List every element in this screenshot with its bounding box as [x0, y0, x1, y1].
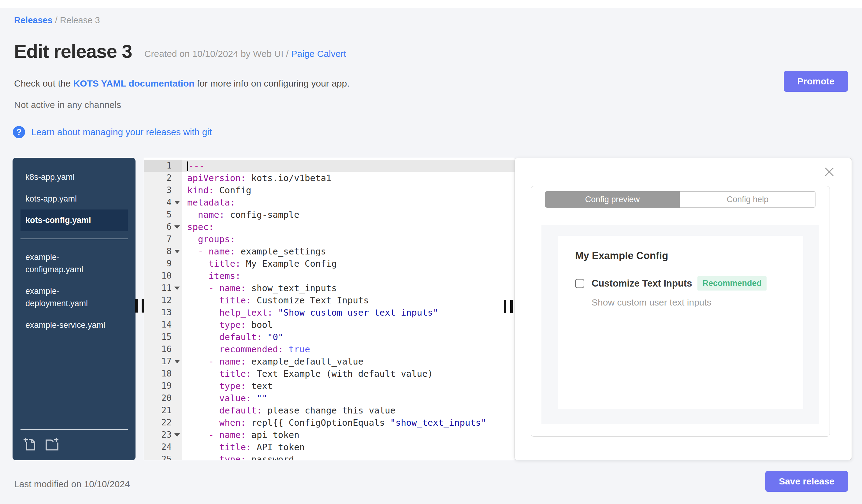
config-item-help-text: Show custom user text inputs: [591, 297, 803, 308]
code-line-1[interactable]: 1---: [144, 160, 514, 172]
fold-arrow-icon[interactable]: [174, 250, 180, 253]
line-number: 4: [144, 196, 182, 209]
code-text: metadata:: [182, 196, 514, 209]
fold-arrow-icon[interactable]: [174, 201, 180, 204]
line-number: 14: [144, 319, 182, 331]
code-line-17[interactable]: 17 - name: example_default_value: [144, 355, 514, 368]
text-cursor: [187, 161, 188, 171]
preview-tab-bar: Config preview Config help: [545, 191, 815, 208]
code-line-15[interactable]: 15 default: "0": [144, 331, 514, 343]
code-lines: 1---2apiVersion: kots.io/v1beta13kind: C…: [144, 160, 514, 460]
line-number: 20: [144, 392, 182, 404]
line-number: 5: [144, 209, 182, 221]
edit-release-page: Releases / Release 3 Edit release 3 Crea…: [0, 0, 862, 504]
line-number: 16: [144, 343, 182, 355]
code-text: type: bool: [182, 319, 514, 331]
sidebar-file-kots-config.yaml[interactable]: kots-config.yaml: [21, 210, 128, 231]
code-line-22[interactable]: 22 when: repl{{ ConfigOptionEquals "show…: [144, 416, 514, 429]
sidebar-file-example-configmap.yaml[interactable]: example-configmap.yaml: [21, 247, 128, 280]
fold-arrow-icon[interactable]: [174, 225, 180, 229]
code-text: items:: [182, 270, 514, 282]
config-preview-panel: Config preview Config help My Example Co…: [514, 158, 852, 460]
yaml-editor[interactable]: 1---2apiVersion: kots.io/v1beta13kind: C…: [144, 158, 514, 460]
preview-content-area: My Example Config Customize Text Inputs …: [541, 225, 819, 424]
sidebar-resize-handle[interactable]: [135, 299, 144, 313]
add-file-icon[interactable]: [22, 436, 37, 451]
sidebar-file-k8s-app.yaml[interactable]: k8s-app.yaml: [21, 167, 128, 188]
code-line-23[interactable]: 23 - name: api_token: [144, 429, 514, 441]
file-sidebar: k8s-app.yamlkots-app.yamlkots-config.yam…: [13, 158, 135, 460]
line-number: 19: [144, 380, 182, 392]
line-number: 25: [144, 453, 182, 460]
line-number: 8: [144, 245, 182, 257]
code-line-5[interactable]: 5 name: config-sample: [144, 209, 514, 221]
code-line-14[interactable]: 14 type: bool: [144, 319, 514, 331]
sidebar-file-kots-app.yaml[interactable]: kots-app.yaml: [21, 188, 128, 210]
breadcrumb-releases-link[interactable]: Releases: [14, 15, 53, 25]
line-number: 9: [144, 257, 182, 270]
preview-card: Config preview Config help My Example Co…: [531, 186, 830, 437]
breadcrumb-current: Release 3: [60, 15, 100, 25]
doc-line-suffix: for more info on configuring your app.: [195, 78, 350, 88]
code-text: default: "0": [182, 331, 514, 343]
sidebar-file-example-deployment.yaml[interactable]: example-deployment.yaml: [21, 280, 128, 314]
config-card: My Example Config Customize Text Inputs …: [558, 236, 803, 409]
sidebar-file-example-service.yaml[interactable]: example-service.yaml: [21, 314, 128, 336]
code-line-19[interactable]: 19 type: text: [144, 380, 514, 392]
code-line-18[interactable]: 18 title: Text Example (with default val…: [144, 368, 514, 380]
code-text: name: config-sample: [182, 209, 514, 221]
code-line-13[interactable]: 13 help_text: "Show custom user text inp…: [144, 306, 514, 319]
code-text: default: please change this value: [182, 404, 514, 416]
main-area: k8s-app.yamlkots-app.yamlkots-config.yam…: [13, 158, 852, 460]
code-text: help_text: "Show custom user text inputs…: [182, 306, 514, 319]
fold-arrow-icon[interactable]: [174, 287, 180, 290]
channel-status: Not active in any channels: [14, 100, 121, 110]
add-folder-icon[interactable]: [44, 436, 60, 451]
page-title: Edit release 3: [14, 40, 132, 62]
code-text: title: My Example Config: [182, 257, 514, 270]
recommended-badge: Recommended: [697, 276, 767, 291]
fold-arrow-icon[interactable]: [174, 433, 180, 437]
code-text: - name: example_settings: [182, 245, 514, 257]
code-line-3[interactable]: 3kind: Config: [144, 184, 514, 196]
git-releases-link[interactable]: Learn about managing your releases with …: [31, 127, 212, 137]
created-author-link[interactable]: Paige Calvert: [291, 49, 346, 59]
code-line-7[interactable]: 7 groups:: [144, 233, 514, 245]
customize-text-inputs-checkbox[interactable]: [575, 279, 584, 288]
doc-line-prefix: Check out the: [14, 78, 73, 88]
code-line-11[interactable]: 11 - name: show_text_inputs: [144, 282, 514, 294]
code-line-24[interactable]: 24 title: API token: [144, 441, 514, 453]
code-line-8[interactable]: 8 - name: example_settings: [144, 245, 514, 257]
line-number: 24: [144, 441, 182, 453]
breadcrumb-separator: /: [53, 15, 60, 25]
promote-button[interactable]: Promote: [784, 71, 848, 92]
code-line-6[interactable]: 6spec:: [144, 221, 514, 233]
fold-arrow-icon[interactable]: [174, 360, 180, 363]
code-text: value: "": [182, 392, 514, 404]
config-item-row: Customize Text Inputs Recommended: [575, 276, 803, 291]
question-mark-icon[interactable]: ?: [13, 126, 25, 138]
line-number: 10: [144, 270, 182, 282]
tab-config-preview[interactable]: Config preview: [545, 191, 680, 208]
code-line-2[interactable]: 2apiVersion: kots.io/v1beta1: [144, 172, 514, 184]
code-line-16[interactable]: 16 recommended: true: [144, 343, 514, 355]
tab-config-help[interactable]: Config help: [680, 191, 815, 208]
kots-yaml-doc-link[interactable]: KOTS YAML documentation: [73, 78, 194, 88]
code-line-21[interactable]: 21 default: please change this value: [144, 404, 514, 416]
save-release-button[interactable]: Save release: [765, 471, 848, 492]
line-number: 15: [144, 331, 182, 343]
preview-resize-handle[interactable]: [504, 300, 513, 313]
created-line: Created on 10/10/2024 by Web UI / Paige …: [144, 49, 346, 62]
code-text: - name: api_token: [182, 429, 514, 441]
code-line-20[interactable]: 20 value: "": [144, 392, 514, 404]
code-text: ---: [182, 160, 514, 172]
code-line-9[interactable]: 9 title: My Example Config: [144, 257, 514, 270]
code-line-12[interactable]: 12 title: Customize Text Inputs: [144, 294, 514, 306]
line-number: 7: [144, 233, 182, 245]
line-number: 13: [144, 306, 182, 319]
line-number: 11: [144, 282, 182, 294]
code-line-4[interactable]: 4metadata:: [144, 196, 514, 209]
code-line-25[interactable]: 25 type: password: [144, 453, 514, 460]
close-icon[interactable]: [823, 166, 835, 178]
code-line-10[interactable]: 10 items:: [144, 270, 514, 282]
